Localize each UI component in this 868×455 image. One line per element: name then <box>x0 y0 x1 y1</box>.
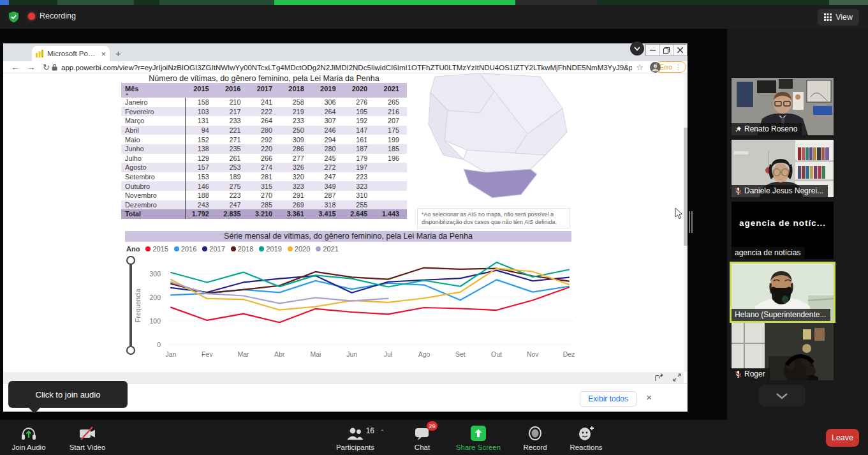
legend-item[interactable]: 2021 <box>316 245 338 253</box>
legend-label: 2018 <box>238 245 253 253</box>
legend-item[interactable]: 2017 <box>202 245 224 253</box>
legend-item[interactable]: 2018 <box>231 245 253 253</box>
profile-badge-button[interactable]: Erro ⋮ <box>655 61 686 73</box>
value-cell: 318 <box>312 200 344 210</box>
value-cell: 287 <box>312 191 344 200</box>
value-cell: 315 <box>248 181 280 191</box>
y-tick-label: 100 <box>149 317 161 325</box>
column-header[interactable]: 2015 <box>185 83 217 98</box>
table-row[interactable]: Setembro153189281320247223 <box>121 172 407 182</box>
minimize-button[interactable] <box>646 45 660 56</box>
value-cell: 210 <box>217 98 249 107</box>
table-row[interactable]: Junho138235220286280187185 <box>121 144 407 154</box>
month-cell: Outubro <box>121 181 185 191</box>
legend-item[interactable]: 2016 <box>174 245 196 253</box>
forward-icon[interactable]: → <box>27 63 35 71</box>
powerbi-report: Número de vítimas, do gênero feminino, p… <box>3 73 684 372</box>
value-cell: 219 <box>280 107 312 117</box>
video-tile-daniele[interactable]: Daniele Jesus Negrei... <box>732 140 834 197</box>
participants-label: Participants <box>336 444 374 451</box>
table-row[interactable]: Maio152271292309294161199 <box>121 135 407 144</box>
column-header[interactable]: 2017 <box>248 83 280 98</box>
column-header[interactable]: 2021 <box>375 83 407 98</box>
legend-item[interactable]: 2019 <box>259 245 281 253</box>
start-video-button[interactable]: Start Video <box>59 424 116 451</box>
month-cell: Dezembro <box>121 200 185 210</box>
table-row[interactable]: Dezembro243247285269318255 <box>121 200 407 210</box>
restore-button[interactable] <box>660 45 674 56</box>
legend-dot-icon <box>202 246 207 251</box>
value-cell: 326 <box>280 163 312 172</box>
audio-options-caret[interactable]: ⌃ <box>27 428 33 434</box>
table-row[interactable]: Abril94221280250246147175 <box>121 126 407 135</box>
value-cell: 221 <box>217 126 249 135</box>
video-tile-helano[interactable]: Helano (Superintendente... <box>732 264 834 321</box>
value-cell: 94 <box>185 126 217 135</box>
table-row[interactable]: Março131233264233307192207 <box>121 116 407 126</box>
video-tile-agencia[interactable]: agencia de notíc... agencia de notícias <box>732 202 834 259</box>
new-tab-button[interactable]: + <box>115 48 121 59</box>
scrollbar-thumb[interactable] <box>684 128 688 246</box>
bookmark-star-icon[interactable]: ☆ <box>636 63 644 72</box>
browser-tab[interactable]: Microsoft Power BI × <box>32 46 110 61</box>
legend-item[interactable]: 2020 <box>288 245 310 253</box>
column-header[interactable]: Mês▲ <box>121 83 185 98</box>
column-header[interactable]: 2020 <box>344 83 376 98</box>
value-cell: 152 <box>185 135 217 144</box>
value-cell <box>375 172 407 182</box>
table-row[interactable]: Agosto157253274326272197 <box>121 163 407 172</box>
back-icon[interactable]: ← <box>11 63 19 71</box>
view-button[interactable]: View <box>818 9 859 26</box>
security-shield-icon[interactable] <box>8 11 20 23</box>
table-row[interactable]: Novembro188223270291287310 <box>121 191 407 200</box>
x-tick-label: Jun <box>346 350 357 358</box>
table-row[interactable]: Janeiro158210241258306276265 <box>121 98 407 107</box>
join-audio-button[interactable]: ⌃ Join Audio <box>0 424 57 451</box>
column-header[interactable]: 2016 <box>217 83 249 98</box>
reactions-button[interactable]: Reactions <box>557 424 615 451</box>
browser-window: Microsoft Power BI × + ← → ↻ app.powerbi… <box>3 43 688 412</box>
participants-button[interactable]: 16 ⌃ Participants <box>327 424 384 451</box>
downloads-close-icon[interactable]: × <box>646 392 652 403</box>
legend-item[interactable]: 2015 <box>145 245 168 253</box>
legend-title: Ano <box>126 245 140 253</box>
value-cell <box>375 181 407 191</box>
column-header[interactable]: 2018 <box>280 83 312 98</box>
column-header[interactable]: 2019 <box>312 83 344 98</box>
muted-mic-icon <box>735 187 742 195</box>
record-button[interactable]: Record <box>506 424 564 451</box>
leave-button[interactable]: Leave <box>826 429 859 447</box>
close-window-button[interactable] <box>673 45 687 56</box>
video-tile-renato[interactable]: Renato Roseno <box>732 78 834 135</box>
x-tick-label: Mai <box>310 350 321 358</box>
participants-caret[interactable]: ⌃ <box>379 429 385 435</box>
chat-button[interactable]: 29 Chat <box>394 424 451 451</box>
value-cell: 272 <box>312 163 344 172</box>
fullscreen-icon[interactable] <box>673 373 681 382</box>
overlay-chevron-button[interactable] <box>630 41 644 56</box>
recording-label: Recording <box>40 11 76 20</box>
value-cell: 207 <box>375 116 407 126</box>
value-cell: 179 <box>344 154 376 163</box>
month-cell: Junho <box>121 144 185 154</box>
value-cell: 103 <box>185 107 217 117</box>
sliver-green1 <box>57 0 134 5</box>
collapse-strip-button[interactable] <box>758 385 805 407</box>
value-cell: 245 <box>312 154 344 163</box>
participant-name-label: Daniele Jesus Negrei... <box>732 185 828 197</box>
show-all-button[interactable]: Exibir todos <box>580 391 636 407</box>
map-region-selected[interactable] <box>464 169 537 198</box>
url-omnibox[interactable]: app.powerbi.com/view?r=eyJrIjoiNzBIOGI3Z… <box>52 63 644 72</box>
browser-scrollbar[interactable] <box>684 73 688 372</box>
total-cell: 1.443 <box>375 209 407 219</box>
participant-name: Helano (Superintendente... <box>735 310 826 319</box>
table-row[interactable]: Fevereiro103217222219264195216 <box>121 107 407 117</box>
tab-close-icon[interactable]: × <box>101 50 106 58</box>
share-screen-button[interactable]: Share Screen <box>450 424 507 451</box>
video-tile-roger[interactable]: Roger <box>732 323 834 380</box>
refresh-icon[interactable]: ↻ <box>43 63 50 71</box>
share-icon[interactable] <box>655 373 664 382</box>
value-cell: 220 <box>248 144 280 154</box>
table-row[interactable]: Outubro146275315323349323 <box>121 181 407 191</box>
table-row[interactable]: Julho129261266277245179196 <box>121 154 407 163</box>
